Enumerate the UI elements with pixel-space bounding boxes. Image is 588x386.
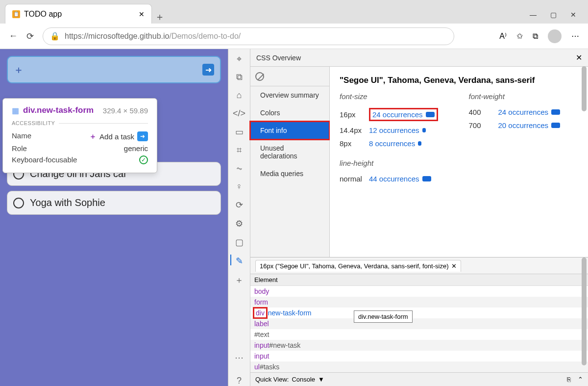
element-row[interactable]: ul#tasks xyxy=(250,361,588,372)
window-titlebar: 📋 TODO app ✕ ＋ ― ▢ ✕ xyxy=(0,0,588,24)
element-row[interactable]: form xyxy=(250,297,588,308)
browser-tab[interactable]: 📋 TODO app ✕ xyxy=(5,4,152,24)
scrollbar-thumb[interactable] xyxy=(582,66,587,111)
device-icon[interactable]: ⧉ xyxy=(236,72,243,82)
gear-icon[interactable]: ⚙ xyxy=(235,218,243,229)
wifi-icon[interactable]: ⏦ xyxy=(237,163,242,174)
bug-icon[interactable]: ⌗ xyxy=(237,145,242,155)
scrollbar-thumb[interactable] xyxy=(582,257,587,365)
swatch-icon xyxy=(422,128,426,132)
element-row[interactable]: body xyxy=(250,286,588,297)
todo-page: ＋ ➜ Change oil in Jans car Yoga with Sop… xyxy=(0,49,228,386)
more-tools-icon[interactable]: ⋯ xyxy=(235,352,244,363)
new-tab-button[interactable]: ＋ xyxy=(152,10,168,24)
devtools: ⌖ ⧉ ⌂ </> ▭ ⌗ ⏦ ♀ ⟳ ⚙ ▢ ✎ ＋ ⋯ ? CSS Over… xyxy=(228,49,588,386)
element-row[interactable]: input xyxy=(250,351,588,361)
inspector-tooltip: ▦ div.new-task-form 329.4 × 59.89 ACCESS… xyxy=(2,98,157,173)
arrow-icon: ➜ xyxy=(137,131,148,141)
calendar-icon[interactable]: ▢ xyxy=(235,237,244,248)
element-row[interactable]: div.new-task-form xyxy=(250,308,588,318)
radio-icon[interactable] xyxy=(13,198,24,208)
nav-overview-summary[interactable]: Overview summary xyxy=(250,86,329,104)
close-window-icon[interactable]: ✕ xyxy=(570,11,576,19)
close-panel-icon[interactable]: ✕ xyxy=(576,53,582,62)
overview-content: "Segoe UI", Tahoma, Geneva, Verdana, san… xyxy=(330,67,588,257)
url-box[interactable]: 🔒 https://microsoftedge.github.io/Demos/… xyxy=(43,27,454,45)
inspect-icon[interactable]: ⌖ xyxy=(237,54,242,64)
task-item[interactable]: Yoga with Sophie xyxy=(7,191,221,215)
read-aloud-icon[interactable]: A⁾ xyxy=(499,31,507,41)
address-bar: ← ⟳ 🔒 https://microsoftedge.github.io/De… xyxy=(0,24,588,49)
chevron-up-icon[interactable]: ⌃ xyxy=(578,376,583,383)
collections-icon[interactable]: ⧉ xyxy=(533,32,538,41)
overview-nav: Overview summary Colors Font info Unused… xyxy=(250,67,330,257)
refresh-icon[interactable]: ⟳ xyxy=(26,31,34,42)
element-row[interactable]: #text xyxy=(250,329,588,340)
swatch-icon xyxy=(426,112,435,117)
nav-font-info[interactable]: Font info xyxy=(250,122,329,139)
elements-panel: 16px ("Segoe UI", Tahoma, Geneva, Verdan… xyxy=(250,257,588,372)
avatar[interactable] xyxy=(548,29,562,43)
swatch-icon xyxy=(422,176,431,181)
back-icon[interactable]: ← xyxy=(9,31,18,41)
clear-icon[interactable] xyxy=(255,72,264,81)
elements-icon[interactable]: </> xyxy=(233,108,245,119)
minimize-icon[interactable]: ― xyxy=(530,11,537,19)
swatch-icon xyxy=(551,123,560,128)
panel-header: CSS Overview ✕ xyxy=(250,49,588,67)
nav-colors[interactable]: Colors xyxy=(250,104,329,122)
perf-icon[interactable]: ⟳ xyxy=(236,200,243,210)
tab-favicon: 📋 xyxy=(12,10,20,18)
css-overview-icon[interactable]: ✎ xyxy=(236,256,243,266)
new-task-form[interactable]: ＋ ➜ xyxy=(7,56,221,83)
submit-icon[interactable]: ➜ xyxy=(202,64,214,76)
swatch-icon xyxy=(551,109,560,115)
element-row[interactable]: label xyxy=(250,318,588,329)
quick-view: Quick View: Console▼ ⎘⌃ xyxy=(250,372,588,386)
nav-unused-declarations[interactable]: Unused declarations xyxy=(250,139,329,165)
swatch-icon xyxy=(418,141,421,146)
bulb-icon[interactable]: ♀ xyxy=(236,181,243,192)
plus-icon: ＋ xyxy=(14,63,24,77)
fontsize-row: 16px24 occurrences xyxy=(340,105,449,124)
chevron-down-icon[interactable]: ▼ xyxy=(318,376,324,383)
favorite-icon[interactable]: ✩ xyxy=(516,31,523,41)
help-icon[interactable]: ? xyxy=(237,376,242,386)
close-tab-icon[interactable]: ✕ xyxy=(451,262,457,270)
app-icon[interactable]: ▭ xyxy=(235,127,244,137)
home-icon[interactable]: ⌂ xyxy=(237,90,242,101)
check-icon: ✓ xyxy=(139,155,148,164)
lock-icon: 🔒 xyxy=(50,31,60,41)
close-tab-icon[interactable]: ✕ xyxy=(139,10,145,18)
maximize-icon[interactable]: ▢ xyxy=(550,11,557,19)
dock-icon[interactable]: ⎘ xyxy=(567,376,571,383)
devtools-sidebar: ⌖ ⧉ ⌂ </> ▭ ⌗ ⏦ ♀ ⟳ ⚙ ▢ ✎ ＋ ⋯ ? xyxy=(228,49,250,386)
element-tooltip: div.new-task-form xyxy=(354,310,413,323)
nav-media-queries[interactable]: Media queries xyxy=(250,165,329,182)
tab-title: TODO app xyxy=(24,10,62,19)
more-icon[interactable]: ⋯ xyxy=(571,31,579,41)
grid-icon: ▦ xyxy=(12,106,19,115)
element-row[interactable]: input#new-task xyxy=(250,340,588,351)
add-tool-icon[interactable]: ＋ xyxy=(235,274,244,286)
plus-icon: ＋ xyxy=(89,132,97,141)
